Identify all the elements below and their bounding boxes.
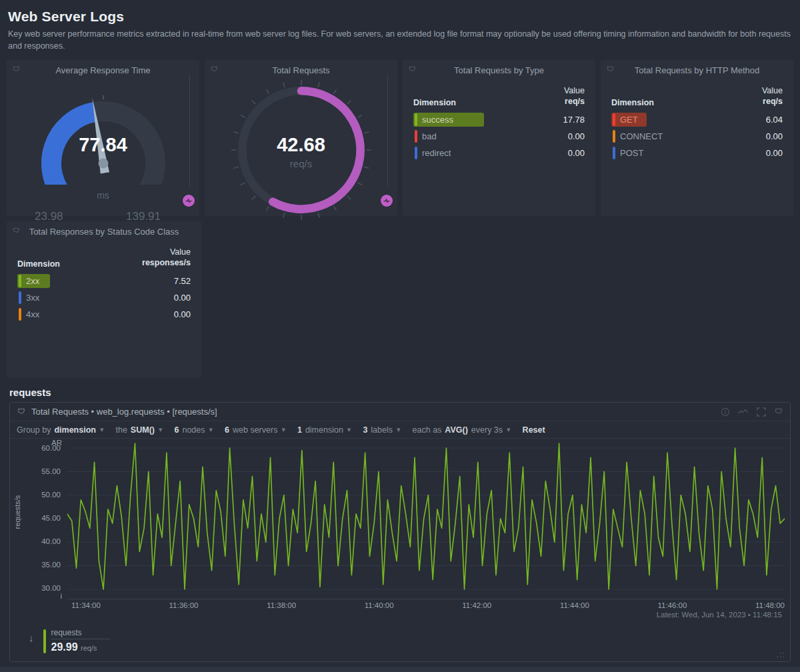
x-tick-label: 11:34:00 bbox=[71, 601, 101, 609]
y-tick-label: 30.00 bbox=[41, 584, 61, 592]
dimension-label: 4xx bbox=[26, 309, 39, 319]
legend-value-unit: req/s bbox=[81, 644, 97, 652]
netdata-logo-icon bbox=[12, 65, 21, 77]
table-row[interactable]: POST 0.00 bbox=[611, 146, 783, 160]
toolbar-item-avg[interactable]: each as AVG() every 3s ▾ bbox=[413, 425, 511, 435]
gauge-value: 77.84 bbox=[7, 134, 199, 156]
dimension-color-bar bbox=[415, 130, 417, 143]
section-heading: requests bbox=[9, 387, 800, 398]
chevron-down-icon: ▾ bbox=[507, 425, 511, 434]
dimension-value: 6.04 bbox=[766, 115, 783, 125]
netdata-logo-icon bbox=[408, 65, 417, 77]
timeseries-plot[interactable] bbox=[67, 439, 785, 599]
chart-header: Total Requests • web_log.requests • [req… bbox=[10, 403, 790, 421]
anomaly-rate-bar[interactable] bbox=[387, 75, 388, 187]
table-row[interactable]: success 17.78 bbox=[413, 113, 585, 127]
drag-chart-icon[interactable] bbox=[774, 407, 783, 417]
toolbar-item-1[interactable]: 1 dimension ▾ bbox=[297, 425, 351, 435]
toolbar-item-6[interactable]: 6 web servers ▾ bbox=[225, 425, 285, 435]
chevron-down-icon: ▾ bbox=[209, 425, 213, 434]
info-ribbon-label: i bbox=[60, 592, 62, 600]
card-title: Average Response Time bbox=[7, 60, 199, 75]
chevron-down-icon: ▾ bbox=[397, 425, 401, 434]
page-description: Key web server performance metrics extra… bbox=[8, 28, 792, 52]
y-tick-label: 50.00 bbox=[41, 491, 61, 499]
toolbar-item-3[interactable]: 3 labels ▾ bbox=[363, 425, 400, 435]
card-title: Total Requests bbox=[205, 60, 397, 75]
dimension-label: bad bbox=[422, 131, 437, 141]
legend-color-bar bbox=[43, 629, 46, 653]
legend-sort-arrow-icon[interactable]: ↓ bbox=[29, 632, 34, 643]
dimension-value: 7.52 bbox=[174, 276, 191, 286]
legend-item-requests[interactable]: requests 29.99 req/s bbox=[43, 628, 110, 653]
x-tick-label: 11:40:00 bbox=[365, 601, 394, 609]
chevron-down-icon: ▾ bbox=[281, 425, 285, 434]
ring-unit: req/s bbox=[205, 158, 397, 169]
y-tick-label: 35.00 bbox=[41, 561, 61, 569]
dimension-value: 0.00 bbox=[174, 293, 191, 303]
y-tick-label: 40.00 bbox=[41, 537, 61, 545]
top-cards-row: Average Response Time 77.84 ms 23.98 139… bbox=[7, 60, 793, 216]
anomaly-rate-bar[interactable] bbox=[189, 75, 190, 187]
toolbar-item-reset[interactable]: Reset bbox=[523, 425, 545, 435]
ring-value: 42.68 bbox=[205, 134, 397, 156]
card-requests-by-method: Total Requests by HTTP Method Dimension … bbox=[601, 60, 793, 216]
dimension-label: success bbox=[422, 115, 453, 125]
dimension-table: Dimension Valuereq/s GET 6.04 CONNECT 0.… bbox=[601, 86, 793, 159]
dimension-value: 0.00 bbox=[766, 131, 783, 141]
y-tick-label: 55.00 bbox=[41, 467, 61, 475]
table-row[interactable]: 3xx 0.00 bbox=[17, 291, 191, 305]
dimension-value: 0.00 bbox=[766, 148, 783, 158]
value-column-header: Valuereq/s bbox=[762, 86, 783, 107]
legend-series-value: 29.99 req/s bbox=[51, 641, 110, 653]
value-column-header: Valuereq/s bbox=[564, 86, 585, 107]
table-row[interactable]: 4xx 0.00 bbox=[17, 307, 191, 321]
legend-series-name: requests bbox=[51, 628, 110, 639]
dimension-color-bar bbox=[613, 147, 615, 159]
x-tick-label: 11:48:00 bbox=[755, 601, 785, 609]
dimension-table: Dimension Valueresponses/s 2xx 7.52 3xx … bbox=[7, 247, 201, 321]
dimension-value: 0.00 bbox=[568, 131, 585, 141]
table-row[interactable]: 2xx 7.52 bbox=[17, 274, 191, 288]
x-tick-label: 11:38:00 bbox=[267, 601, 296, 609]
dimension-color-bar bbox=[613, 113, 615, 126]
netdata-logo-icon bbox=[606, 65, 615, 77]
dimension-color-bar bbox=[415, 147, 417, 159]
total-requests-gauge[interactable]: 42.68 req/s bbox=[205, 79, 397, 219]
table-row[interactable]: redirect 0.00 bbox=[413, 146, 585, 160]
dimension-value: 0.00 bbox=[174, 309, 191, 319]
x-axis: 11:34:0011:36:0011:38:0011:40:0011:42:00… bbox=[67, 599, 785, 611]
table-row[interactable]: CONNECT 0.00 bbox=[611, 129, 783, 143]
dimension-color-bar bbox=[613, 130, 615, 143]
toolbar-item-dimension[interactable]: Group by dimension ▾ bbox=[17, 425, 103, 435]
x-tick-label: 11:42:00 bbox=[462, 601, 491, 609]
card-total-requests: Total Requests 42.68 req/s bbox=[205, 60, 397, 216]
y-tick-label: 45.00 bbox=[41, 514, 61, 522]
info-icon[interactable] bbox=[721, 407, 730, 417]
dimension-color-bar bbox=[19, 275, 21, 287]
table-row[interactable]: bad 0.00 bbox=[413, 129, 585, 143]
chart-type-icon[interactable] bbox=[738, 407, 749, 417]
response-time-gauge[interactable]: 77.84 ms 23.98 139.91 bbox=[7, 85, 199, 218]
dimension-label: 2xx bbox=[26, 276, 39, 286]
table-row[interactable]: GET 6.04 bbox=[611, 113, 783, 127]
line-chart-svg bbox=[67, 439, 785, 599]
x-tick-label: 11:44:00 bbox=[560, 601, 589, 609]
latest-timestamp: Latest: Wed, Jun 14, 2023 • 11:48:15 bbox=[10, 611, 790, 621]
resize-handle[interactable]: .:: bbox=[776, 649, 785, 659]
anomaly-pulse-icon bbox=[185, 197, 193, 205]
dimension-label: redirect bbox=[422, 148, 451, 158]
toolbar-item-6[interactable]: 6 nodes ▾ bbox=[175, 425, 213, 435]
x-tick-label: 11:36:00 bbox=[169, 601, 199, 609]
gauge-unit: ms bbox=[7, 190, 199, 201]
dimension-label: POST bbox=[620, 148, 643, 158]
y-axis-title: requests/s bbox=[13, 489, 21, 535]
value-column-header: Valueresponses/s bbox=[142, 247, 191, 268]
card-title: Total Requests by Type bbox=[403, 60, 595, 75]
next-section-edge bbox=[0, 667, 800, 672]
chart-title: Total Requests • web_log.requests • [req… bbox=[31, 407, 715, 417]
plot-region: AR requests/s i 60.0055.0050.0045.0040.0… bbox=[10, 439, 790, 599]
chevron-down-icon: ▾ bbox=[100, 425, 104, 434]
fullscreen-icon[interactable] bbox=[757, 407, 766, 417]
toolbar-item-sum[interactable]: the SUM() ▾ bbox=[115, 425, 162, 435]
